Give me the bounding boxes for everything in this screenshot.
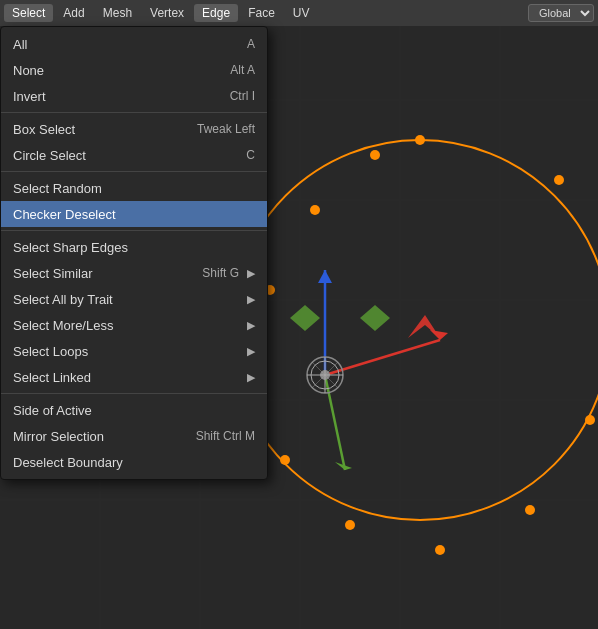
menu-vertex-tab[interactable]: Vertex	[142, 4, 192, 22]
menu-item-none[interactable]: None Alt A	[1, 57, 267, 83]
menu-select-tab[interactable]: Select	[4, 4, 53, 22]
menu-item-invert[interactable]: Invert Ctrl I	[1, 83, 267, 109]
svg-point-23	[370, 150, 380, 160]
top-bar: Select Add Mesh Vertex Edge Face UV Glob…	[0, 0, 598, 26]
menu-item-deselect-boundary[interactable]: Deselect Boundary	[1, 449, 267, 475]
menu-item-select-random[interactable]: Select Random	[1, 175, 267, 201]
menu-item-select-sharp-edges[interactable]: Select Sharp Edges	[1, 234, 267, 260]
menu-item-select-loops-label: Select Loops	[13, 344, 88, 359]
separator-4	[1, 393, 267, 394]
menu-item-select-random-label: Select Random	[13, 181, 102, 196]
dropdown-menu: All A None Alt A Invert Ctrl I Box Selec…	[0, 26, 268, 480]
menu-item-invert-shortcut: Ctrl I	[230, 89, 255, 103]
menu-item-select-similar-shortcut: Shift G	[202, 266, 239, 280]
menu-add-tab[interactable]: Add	[55, 4, 92, 22]
menu-item-all-label: All	[13, 37, 27, 52]
menu-uv-tab[interactable]: UV	[285, 4, 318, 22]
menu-item-select-loops[interactable]: Select Loops ▶	[1, 338, 267, 364]
svg-point-13	[554, 175, 564, 185]
separator-1	[1, 112, 267, 113]
menu-mesh-tab[interactable]: Mesh	[95, 4, 140, 22]
menu-item-select-more-less-arrow: ▶	[247, 319, 255, 332]
menu-item-box-select-label: Box Select	[13, 122, 75, 137]
svg-point-18	[345, 520, 355, 530]
menu-item-select-linked-label: Select Linked	[13, 370, 91, 385]
menu-item-invert-label: Invert	[13, 89, 46, 104]
menu-item-circle-select[interactable]: Circle Select C	[1, 142, 267, 168]
menu-item-select-all-by-trait-label: Select All by Trait	[13, 292, 113, 307]
menu-edge-tab[interactable]: Edge	[194, 4, 238, 22]
menu-item-select-more-less-label: Select More/Less	[13, 318, 113, 333]
menu-item-select-loops-arrow: ▶	[247, 345, 255, 358]
menu-item-circle-select-shortcut: C	[246, 148, 255, 162]
menu-face-tab[interactable]: Face	[240, 4, 283, 22]
menu-item-select-all-by-trait[interactable]: Select All by Trait ▶	[1, 286, 267, 312]
menu-item-mirror-selection-label: Mirror Selection	[13, 429, 104, 444]
svg-point-15	[585, 415, 595, 425]
menu-item-circle-select-label: Circle Select	[13, 148, 86, 163]
separator-2	[1, 171, 267, 172]
menu-item-checker-deselect-label: Checker Deselect	[13, 207, 116, 222]
top-bar-right: Global Local	[528, 4, 594, 22]
menu-item-box-select[interactable]: Box Select Tweak Left	[1, 116, 267, 142]
menu-item-select-more-less[interactable]: Select More/Less ▶	[1, 312, 267, 338]
svg-point-19	[280, 455, 290, 465]
menu-item-mirror-selection[interactable]: Mirror Selection Shift Ctrl M	[1, 423, 267, 449]
menu-item-select-similar[interactable]: Select Similar Shift G ▶	[1, 260, 267, 286]
global-selector[interactable]: Global Local	[528, 4, 594, 22]
svg-point-16	[525, 505, 535, 515]
svg-point-22	[310, 205, 320, 215]
menu-item-box-select-shortcut: Tweak Left	[197, 122, 255, 136]
menu-item-deselect-boundary-label: Deselect Boundary	[13, 455, 123, 470]
menu-item-checker-deselect[interactable]: Checker Deselect	[1, 201, 267, 227]
menu-item-select-all-by-trait-arrow: ▶	[247, 293, 255, 306]
menu-item-select-similar-arrow: ▶	[247, 267, 255, 280]
menu-item-mirror-selection-shortcut: Shift Ctrl M	[196, 429, 255, 443]
menu-item-select-linked[interactable]: Select Linked ▶	[1, 364, 267, 390]
menu-item-all[interactable]: All A	[1, 31, 267, 57]
menu-item-none-label: None	[13, 63, 44, 78]
svg-point-12	[415, 135, 425, 145]
menu-item-all-shortcut: A	[247, 37, 255, 51]
separator-3	[1, 230, 267, 231]
svg-point-17	[435, 545, 445, 555]
menu-item-select-similar-label: Select Similar	[13, 266, 92, 281]
menu-item-side-of-active[interactable]: Side of Active	[1, 397, 267, 423]
menu-item-side-of-active-label: Side of Active	[13, 403, 92, 418]
menu-item-select-linked-arrow: ▶	[247, 371, 255, 384]
menu-item-none-shortcut: Alt A	[230, 63, 255, 77]
menu-item-select-sharp-edges-label: Select Sharp Edges	[13, 240, 128, 255]
